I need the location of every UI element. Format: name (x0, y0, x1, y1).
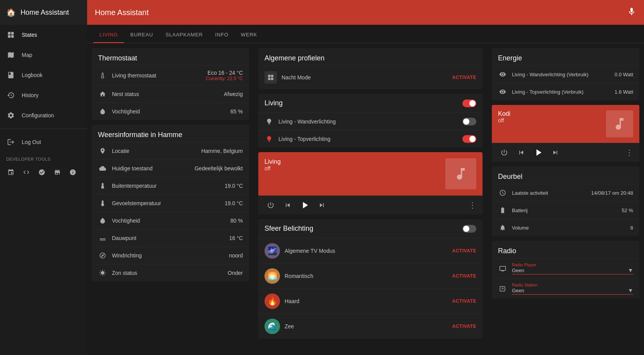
nacht-mode-activate[interactable]: ACTIVATE (452, 75, 476, 80)
deurbel-row-activiteit: Laatste activiteit 14/08/17 om 20:48 (492, 184, 639, 201)
dev-tool-state-icon[interactable] (36, 166, 48, 178)
scene-thumb-zee: 🌊 (264, 319, 280, 334)
radio-player-select[interactable]: Geen ▼ (512, 267, 633, 274)
col-right: Energie Living - Wandverlichting (Verbru… (487, 43, 644, 355)
wandverlichting-toggle[interactable] (462, 118, 476, 125)
kodi-card: Kodi off (492, 105, 639, 162)
radio-player-label: Radio Player (512, 262, 633, 267)
energie-row-0: Living - Wandverlichting (Verbruik) 0.0 … (492, 65, 639, 83)
topbar-title: Home Assistant (95, 8, 149, 17)
profile-nacht-mode: Nacht Mode ACTIVATE (258, 65, 483, 89)
deurbel-title: Deurbel (492, 166, 639, 184)
living-media-card: Living off (258, 152, 483, 214)
scene-row-zee: 🌊 Zee ACTIVATE (258, 314, 483, 339)
tab-info[interactable]: INFO (209, 27, 235, 43)
profiles-title: Algemene profielen (258, 48, 483, 65)
logout-icon (6, 137, 15, 147)
weather-row-toestand: Huidige toestand Gedeeltelijk bewolkt (92, 159, 249, 177)
tv-icon (498, 264, 507, 273)
energie-card: Energie Living - Wandverlichting (Verbru… (492, 48, 639, 100)
living-light-2-row: Living - Topverlichting (258, 130, 483, 147)
dev-tools-row (0, 163, 87, 182)
topverlichting-toggle[interactable] (462, 135, 476, 143)
sfeer-header-row: Sfeer Belichting (258, 219, 483, 238)
kodi-controls: ⋮ (492, 143, 639, 162)
content-area: Thermostaat Living thermostaat Eco 16 - … (87, 43, 644, 355)
scene-row-romantisch: 🌅 Romantisch ACTIVATE (258, 263, 483, 288)
living-more-btn[interactable]: ⋮ (469, 201, 476, 210)
tab-werk[interactable]: WERK (235, 27, 263, 43)
mic-icon[interactable] (627, 7, 636, 18)
tab-living[interactable]: LIVING (93, 27, 124, 43)
living-media-status: off (264, 165, 281, 171)
weather-row-dauwpunt: Dauwpunt 16 °C (92, 229, 249, 247)
radio-station-select[interactable]: Geen ▼ (512, 287, 633, 295)
tab-bureau[interactable]: BUREAU (124, 27, 159, 43)
eye-icon-0 (498, 70, 507, 79)
radio-card: Radio Radio Player Geen ▼ (492, 241, 639, 298)
deurbel-card: Deurbel Laatste activiteit 14/08/17 om 2… (492, 166, 639, 236)
kodi-next-btn[interactable] (549, 146, 562, 159)
thermostat-card: Thermostaat Living thermostaat Eco 16 - … (92, 48, 249, 120)
living-play-btn[interactable] (299, 199, 311, 211)
sidebar-item-history[interactable]: History (0, 85, 87, 105)
thermometer2-icon (98, 181, 107, 190)
radio-title: Radio (492, 241, 639, 258)
tab-slaapkamer[interactable]: SLAAPKAMER (159, 27, 209, 43)
scene-tv-activate[interactable]: ACTIVATE (452, 248, 476, 254)
eye-icon-1 (498, 87, 507, 96)
living-card: Living Living - Wandverlichting Living -… (258, 94, 483, 147)
dev-tool-event-icon[interactable] (5, 166, 17, 178)
compass-icon (98, 251, 107, 260)
living-main-toggle[interactable] (462, 99, 476, 107)
kodi-art (606, 110, 633, 137)
sfeer-title: Sfeer Belichting (264, 225, 458, 233)
dev-tool-template-icon[interactable] (20, 166, 33, 178)
weather-row-gevoel: Gevoelstemperatuur 19.0 °C (92, 194, 249, 212)
thermostat-row-2: Vochtigheid 65 % (92, 103, 249, 120)
home-icon (98, 89, 107, 99)
scene-romantisch-activate[interactable]: ACTIVATE (452, 273, 476, 279)
chevron-down-icon-2: ▼ (628, 287, 633, 293)
tabs-bar: LIVING BUREAU SLAAPKAMER INFO WERK (87, 25, 644, 43)
kodi-play-btn[interactable] (532, 146, 544, 159)
thermostat-row-1: Nest status Afwezig (92, 85, 249, 103)
battery-icon (498, 206, 507, 215)
sidebar-item-states[interactable]: States (0, 25, 87, 45)
energie-title: Energie (492, 48, 639, 65)
home-icon: 🏠 (6, 8, 16, 17)
dev-tool-service-icon[interactable] (51, 166, 64, 178)
light-off-icon (264, 117, 274, 126)
dev-tool-info-icon[interactable] (67, 166, 79, 178)
radio-player-row: Radio Player Geen ▼ (492, 258, 639, 278)
kodi-prev-btn[interactable] (515, 146, 527, 159)
light-on-icon (264, 134, 274, 144)
sfeer-toggle[interactable] (462, 225, 476, 233)
config-icon (6, 111, 15, 120)
col-left: Thermostaat Living thermostaat Eco 16 - … (87, 43, 254, 355)
energie-row-1: Living - Topverlichting (Verbruik) 1.6 W… (492, 83, 639, 100)
living-next-btn[interactable] (316, 199, 328, 211)
cloud-icon (98, 164, 107, 173)
main-content: Home Assistant LIVING BUREAU SLAAPKAMER … (87, 0, 644, 355)
sidebar-item-configuration[interactable]: Configuration (0, 105, 87, 125)
droplet-icon (98, 107, 107, 116)
scene-haard-activate[interactable]: ACTIVATE (452, 298, 476, 304)
living-power-btn[interactable] (264, 199, 277, 211)
deurbel-row-volume: Volume 8 (492, 219, 639, 236)
kodi-more-btn[interactable]: ⋮ (625, 148, 633, 157)
living-media-controls: ⋮ (258, 196, 483, 214)
weather-row-wind: Windrichting noord (92, 247, 249, 264)
topbar: Home Assistant (87, 0, 644, 25)
sidebar-item-map[interactable]: Map (0, 45, 87, 65)
chevron-down-icon: ▼ (628, 267, 633, 273)
living-prev-btn[interactable] (282, 199, 294, 211)
kodi-power-btn[interactable] (498, 146, 510, 159)
scene-zee-activate[interactable]: ACTIVATE (452, 324, 476, 329)
scene-row-tv: 🌌 Algemene TV Modus ACTIVATE (258, 238, 483, 263)
sidebar-item-logout[interactable]: Log Out (0, 132, 87, 152)
col-mid: Algemene profielen Nacht Mode ACTIVATE L… (254, 43, 487, 355)
kodi-status: off (498, 117, 510, 123)
sidebar-item-logbook[interactable]: Logbook (0, 65, 87, 85)
radio-station-label: Radio Station (512, 283, 633, 287)
